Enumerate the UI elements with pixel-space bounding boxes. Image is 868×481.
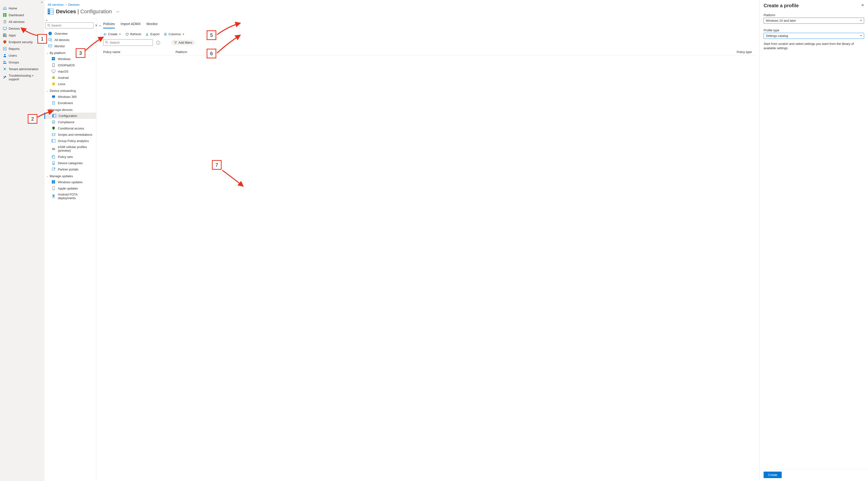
- tenant-icon: [3, 67, 7, 71]
- svg-rect-36: [52, 70, 55, 72]
- partner-icon: [52, 167, 56, 171]
- annotation-marker-2: 2: [28, 114, 37, 124]
- create-button[interactable]: Create ▼: [103, 32, 121, 36]
- blade-group-header[interactable]: ⌄Manage devices: [44, 106, 96, 113]
- column-platform[interactable]: Platform: [176, 50, 224, 54]
- blade-item-config[interactable]: Configuration: [44, 113, 96, 119]
- android2-icon: [52, 194, 56, 198]
- svg-rect-33: [54, 59, 55, 60]
- svg-rect-32: [52, 59, 53, 60]
- blade-search-input[interactable]: [45, 23, 94, 28]
- svg-rect-4: [3, 27, 6, 29]
- nav-item-troubleshoot[interactable]: Troubleshooting + support: [0, 72, 44, 83]
- column-policy-name[interactable]: Policy name: [103, 50, 176, 54]
- blade-item-psets[interactable]: Policy sets: [44, 154, 96, 160]
- macos-icon: [52, 69, 56, 73]
- blade-group-header[interactable]: ⌄Device onboarding: [44, 87, 96, 94]
- clear-search-icon[interactable]: ✕: [95, 24, 98, 27]
- reports-icon: [3, 47, 7, 51]
- create-profile-button[interactable]: Create: [764, 472, 782, 478]
- blade-item-condaccess[interactable]: Conditional access: [44, 125, 96, 131]
- blade-item-android[interactable]: Android: [44, 74, 96, 81]
- blade-item-fota[interactable]: Android FOTA deployments: [44, 191, 96, 201]
- nav-item-users[interactable]: Users: [0, 52, 44, 59]
- column-policy-type[interactable]: Policy type: [737, 50, 755, 54]
- blade-group-header[interactable]: ⌄By platform: [44, 49, 96, 56]
- flyout-title: Create a profile: [764, 3, 799, 8]
- svg-point-38: [53, 76, 53, 76]
- blade-item-linux[interactable]: Linux: [44, 81, 96, 87]
- breadcrumb-current[interactable]: Devices: [68, 3, 79, 6]
- wrench-icon: [3, 75, 7, 79]
- collapse-nav-icon[interactable]: «: [41, 0, 43, 4]
- refresh-button[interactable]: Refresh: [125, 32, 141, 36]
- blade-item-winup[interactable]: Windows updates: [44, 179, 96, 185]
- blade-item-compliance[interactable]: Compliance: [44, 119, 96, 125]
- svg-rect-37: [52, 77, 55, 79]
- nav-item-tenant[interactable]: Tenant administration: [0, 66, 44, 72]
- blade-item-windows[interactable]: Windows: [44, 56, 96, 62]
- blade-item-ios[interactable]: iOS/iPadOS: [44, 62, 96, 68]
- search-icon: [105, 41, 108, 44]
- page-more-icon[interactable]: ⋯: [114, 10, 120, 13]
- blade-item-enroll[interactable]: Enrollment: [44, 100, 96, 106]
- svg-rect-1: [5, 13, 6, 15]
- collapse-blade-icon-2[interactable]: «: [99, 24, 101, 27]
- profile-type-select[interactable]: Settings catalog: [764, 33, 864, 39]
- svg-line-63: [107, 43, 108, 43]
- svg-point-15: [4, 54, 5, 56]
- blade-item-appleup[interactable]: Apple updates: [44, 185, 96, 191]
- blade-item-alldevices[interactable]: All devices: [44, 37, 96, 43]
- blade-item-devcat[interactable]: Device categories: [44, 160, 96, 166]
- add-filters-button[interactable]: Add filters: [171, 40, 195, 45]
- blade-item-w365[interactable]: Windows 365: [44, 94, 96, 100]
- svg-rect-40: [52, 83, 55, 85]
- blade-item-esim[interactable]: eSIM cellular profiles (preview): [44, 144, 96, 154]
- blade-item-overview[interactable]: iOverview: [44, 30, 96, 37]
- windows-icon: [52, 57, 56, 61]
- nav-item-devices[interactable]: Devices: [0, 25, 44, 32]
- svg-rect-0: [3, 13, 5, 15]
- policy-search-input[interactable]: [103, 39, 153, 46]
- blade-item-monitor[interactable]: Monitor: [44, 43, 96, 49]
- blade-item-scripts[interactable]: Scripts and remediations: [44, 131, 96, 138]
- columns-button[interactable]: Columns ▼: [164, 32, 184, 36]
- refresh-icon: [125, 33, 129, 36]
- collapse-blade-icon[interactable]: «: [46, 19, 48, 22]
- shield-icon: [3, 40, 7, 44]
- chevron-down-icon: ⌄: [46, 52, 48, 54]
- export-button[interactable]: Export: [145, 32, 159, 36]
- tabs: PoliciesImport ADMXMonitor: [102, 20, 756, 28]
- annotation-marker-7: 7: [212, 160, 222, 170]
- platform-select[interactable]: Windows 10 and later: [764, 18, 864, 24]
- tab-policies[interactable]: Policies: [103, 20, 115, 28]
- blade-item-gpo[interactable]: Group Policy analytics: [44, 138, 96, 144]
- ios-icon: [52, 63, 56, 67]
- tab-monitortab[interactable]: Monitor: [147, 20, 158, 28]
- filter-icon: [174, 41, 177, 44]
- tab-admx[interactable]: Import ADMX: [121, 20, 141, 28]
- scripts-icon: [52, 133, 56, 136]
- svg-rect-2: [3, 15, 5, 17]
- nav-item-reports[interactable]: Reports: [0, 45, 44, 52]
- compliance-icon: [52, 120, 56, 124]
- monitor-icon: [48, 44, 52, 48]
- blade-group-header[interactable]: ⌄Manage updates: [44, 172, 96, 179]
- svg-rect-53: [52, 168, 55, 170]
- svg-rect-9: [4, 35, 5, 36]
- blade-item-partner[interactable]: Partner portals: [44, 166, 96, 172]
- svg-point-59: [53, 189, 54, 190]
- nav-item-groups[interactable]: Groups: [0, 59, 44, 66]
- nav-item-home[interactable]: Home: [0, 5, 44, 11]
- close-icon[interactable]: ✕: [861, 3, 864, 7]
- profile-type-hint: Start from scratch and select settings y…: [764, 42, 864, 51]
- info-icon[interactable]: i: [156, 41, 160, 44]
- nav-item-dashboard[interactable]: Dashboard: [0, 11, 44, 18]
- devcat-icon: [52, 161, 56, 165]
- nav-item-allservices[interactable]: All services: [0, 18, 44, 25]
- annotation-marker-5: 5: [207, 30, 216, 40]
- svg-rect-10: [5, 35, 6, 36]
- svg-point-62: [105, 41, 107, 43]
- breadcrumb-root[interactable]: All services: [48, 3, 64, 6]
- blade-item-macos[interactable]: macOS: [44, 68, 96, 74]
